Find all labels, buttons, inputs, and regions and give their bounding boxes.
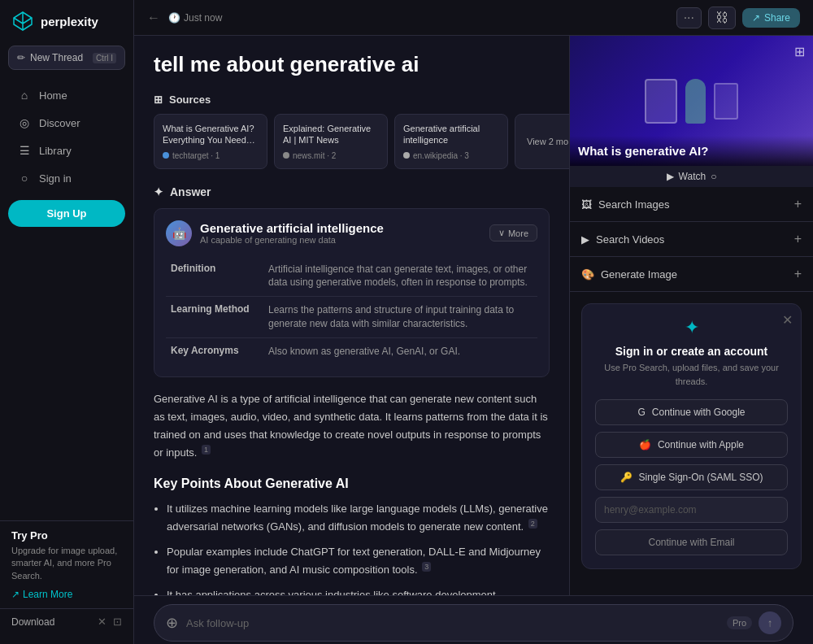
send-icon: ↑ bbox=[767, 617, 773, 629]
sidebar-item-label: Home bbox=[39, 89, 67, 102]
generate-icon: 🎨 bbox=[581, 268, 594, 281]
query-title: tell me about generative ai bbox=[154, 52, 550, 77]
source-title-2: Explained: Generative AI | MIT News bbox=[283, 123, 379, 146]
share-label: Share bbox=[764, 12, 790, 24]
info-table: Definition Artificial intelligence that … bbox=[166, 256, 537, 365]
source-dot-2 bbox=[283, 152, 289, 159]
new-thread-button[interactable]: ✏ New Thread Ctrl I bbox=[8, 46, 125, 70]
send-button[interactable]: ↑ bbox=[759, 611, 781, 634]
deco-device bbox=[645, 79, 677, 124]
google-label: Continue with Google bbox=[652, 407, 746, 418]
apple-icon: 🍎 bbox=[639, 439, 651, 450]
search-images-action[interactable]: 🖼 Search Images + bbox=[570, 187, 813, 222]
try-pro-section: Try Pro Upgrade for image upload, smarte… bbox=[0, 520, 133, 608]
deco-device2 bbox=[714, 83, 738, 120]
citation-ref: 3 bbox=[422, 562, 431, 572]
pro-badge: Pro bbox=[727, 616, 752, 629]
main-paragraph-1: Generative AI is a type of artificial in… bbox=[154, 390, 550, 463]
list-item: Popular examples include ChatGPT for tex… bbox=[167, 544, 550, 579]
table-row: Key Acronyms Also known as generative AI… bbox=[166, 337, 537, 364]
plus-icon: + bbox=[794, 197, 802, 211]
email-input[interactable] bbox=[595, 497, 788, 523]
learn-more-link[interactable]: ↗ Learn More bbox=[11, 589, 122, 600]
chain-link-button[interactable]: ⛓ bbox=[708, 7, 736, 29]
generate-image-action[interactable]: 🎨 Generate Image + bbox=[570, 257, 813, 292]
sidebar-item-library[interactable]: ☰ Library bbox=[7, 137, 127, 163]
google-signin-button[interactable]: G Continue with Google bbox=[595, 399, 788, 425]
signin-logo: ✦ bbox=[595, 317, 788, 338]
row-label-learning: Learning Method bbox=[166, 297, 263, 338]
view-more-button[interactable]: View 2 more bbox=[515, 114, 569, 169]
video-thumbnail[interactable]: ⊞ What is generative AI? bbox=[570, 36, 813, 166]
search-videos-action[interactable]: ▶ Search Videos + bbox=[570, 222, 813, 257]
library-icon: ☰ bbox=[18, 144, 31, 157]
source-dot-3 bbox=[403, 152, 410, 159]
topbar: ← 🕐 Just now ··· ⛓ ↗ Share bbox=[134, 0, 813, 36]
source-name-2: news.mit · 2 bbox=[293, 151, 336, 160]
arrow-icon: ↗ bbox=[11, 589, 20, 600]
source-card-3[interactable]: Generative artificial intelligence en.wi… bbox=[394, 114, 508, 169]
citation-ref: 1 bbox=[202, 445, 211, 455]
sidebar-item-home[interactable]: ⌂ Home bbox=[7, 82, 127, 108]
source-card-1[interactable]: What is Generative AI? Everything You Ne… bbox=[154, 114, 267, 169]
signin-card: ✕ ✦ Sign in or create an account Use Pro… bbox=[581, 303, 802, 569]
add-button[interactable]: ⊕ bbox=[166, 614, 178, 632]
apple-signin-button[interactable]: 🍎 Continue with Apple bbox=[595, 432, 788, 458]
source-card-2[interactable]: Explained: Generative AI | MIT News news… bbox=[274, 114, 388, 169]
key-icon: 🔑 bbox=[620, 472, 633, 483]
info-card-title: Generative artificial intelligence bbox=[200, 221, 384, 235]
row-value-acronyms: Also known as generative AI, GenAI, or G… bbox=[263, 337, 537, 364]
info-card: 🤖 Generative artificial intelligence AI … bbox=[154, 208, 550, 377]
learn-more-label: Learn More bbox=[23, 589, 72, 600]
back-button[interactable]: ← bbox=[147, 11, 160, 25]
followup-input[interactable] bbox=[186, 617, 719, 629]
key-points-title: Key Points About Generative AI bbox=[154, 476, 550, 491]
download-link[interactable]: Download bbox=[11, 616, 54, 628]
perplexity-logo-icon bbox=[11, 10, 34, 33]
sidebar-item-discover[interactable]: ◎ Discover bbox=[7, 110, 127, 136]
info-card-more-button[interactable]: ∨ More bbox=[489, 224, 537, 242]
answer-icon: ✦ bbox=[154, 185, 163, 198]
apple-label: Continue with Apple bbox=[658, 439, 744, 450]
row-value-learning: Learns the patterns and structure of inp… bbox=[263, 297, 537, 338]
list-item: It has applications across various indus… bbox=[167, 587, 550, 595]
table-row: Learning Method Learns the patterns and … bbox=[166, 297, 537, 338]
source-name-1: techtarget · 1 bbox=[172, 151, 220, 160]
new-thread-label: New Thread bbox=[30, 52, 83, 63]
sources-header: ⊞ Sources bbox=[154, 94, 550, 106]
continue-email-button[interactable]: Continue with Email bbox=[595, 529, 788, 555]
answer-label: Answer bbox=[170, 185, 211, 198]
followup-input-wrapper: ⊕ Pro ↑ bbox=[154, 604, 793, 642]
signup-button[interactable]: Sign Up bbox=[8, 200, 125, 227]
timestamp-label: 🕐 Just now bbox=[168, 12, 222, 24]
new-thread-icon: ✏ bbox=[17, 52, 25, 63]
plus-icon: + bbox=[794, 267, 802, 281]
answer-header: ✦ Answer bbox=[154, 185, 550, 198]
view-more-label: View 2 more bbox=[527, 137, 569, 146]
sidebar-item-signin[interactable]: ○ Sign in bbox=[7, 165, 127, 191]
search-images-label: Search Images bbox=[598, 198, 669, 211]
signin-icon: ○ bbox=[18, 172, 31, 185]
search-videos-label: Search Videos bbox=[596, 233, 664, 246]
row-label-definition: Definition bbox=[166, 256, 263, 297]
source-name-3: en.wikipedia · 3 bbox=[413, 151, 469, 160]
share-button[interactable]: ↗ Share bbox=[742, 8, 800, 28]
discord-icon[interactable]: ⊡ bbox=[113, 616, 122, 628]
followup-bar: ⊕ Pro ↑ bbox=[134, 595, 813, 644]
twitter-icon[interactable]: ✕ bbox=[98, 616, 107, 628]
videos-icon: ▶ bbox=[581, 233, 589, 246]
sidebar: perplexity ✏ New Thread Ctrl I ⌂ Home ◎ … bbox=[0, 0, 134, 644]
logo: perplexity bbox=[0, 10, 133, 46]
watch-button[interactable]: ▶ Watch ○ bbox=[570, 166, 813, 187]
answer-panel: tell me about generative ai ⊞ Sources Wh… bbox=[134, 36, 569, 595]
sso-signin-button[interactable]: 🔑 Single Sign-On (SAML SSO) bbox=[595, 464, 788, 490]
signin-close-button[interactable]: ✕ bbox=[782, 312, 793, 328]
chevron-down-icon: ∨ bbox=[498, 228, 505, 238]
more-options-button[interactable]: ··· bbox=[676, 7, 702, 28]
signin-description: Use Pro Search, upload files, and save y… bbox=[595, 361, 788, 388]
watch-circle-icon: ○ bbox=[711, 171, 716, 182]
try-pro-description: Upgrade for image upload, smarter AI, an… bbox=[11, 545, 122, 582]
sources-icon: ⊞ bbox=[154, 94, 163, 106]
google-icon: G bbox=[637, 407, 645, 418]
deco-figure bbox=[685, 79, 706, 124]
